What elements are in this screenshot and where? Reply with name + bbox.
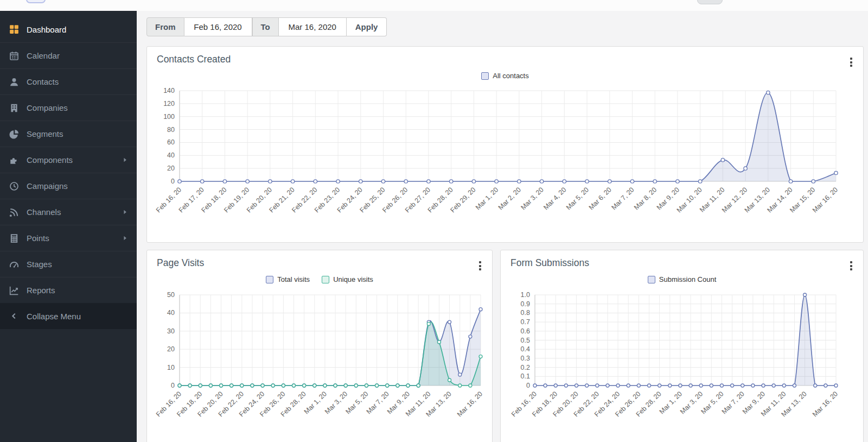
- sidebar-item-label: Channels: [27, 207, 61, 217]
- chevron-right-icon: [122, 209, 128, 215]
- to-date-input[interactable]: [279, 17, 347, 36]
- from-date-input[interactable]: [184, 17, 252, 36]
- clock-icon: [9, 181, 20, 191]
- to-label: To: [252, 17, 279, 36]
- sidebar-item-dashboard[interactable]: Dashboard: [0, 16, 137, 42]
- sidebar-item-components[interactable]: Components: [0, 147, 137, 173]
- from-label: From: [146, 17, 184, 36]
- pie-icon: [9, 129, 20, 139]
- sidebar-item-reports[interactable]: Reports: [0, 277, 137, 303]
- svg-text:1.0: 1.0: [521, 291, 530, 299]
- svg-text:Mar 1, 20: Mar 1, 20: [474, 186, 500, 211]
- svg-text:0.2: 0.2: [521, 364, 530, 371]
- chart-legend: Total visitsUnique visits: [147, 275, 492, 283]
- legend-item[interactable]: All contacts: [481, 72, 528, 80]
- panel-menu-button[interactable]: [848, 259, 854, 273]
- sidebar: DashboardCalendarContactsCompaniesSegmen…: [0, 11, 137, 442]
- svg-text:20: 20: [167, 165, 175, 172]
- svg-text:0.3: 0.3: [521, 355, 530, 362]
- svg-text:50: 50: [167, 291, 175, 299]
- legend-swatch: [266, 276, 273, 283]
- form-submissions-chart: 00.10.20.30.40.50.60.70.80.91.0Feb 16, 2…: [501, 291, 864, 442]
- svg-text:Mar 5, 20: Mar 5, 20: [565, 186, 590, 211]
- sidebar-item-calendar[interactable]: Calendar: [0, 42, 137, 68]
- svg-text:Mar 4, 20: Mar 4, 20: [542, 186, 567, 211]
- svg-text:0.4: 0.4: [521, 345, 530, 353]
- sidebar-item-label: Reports: [27, 286, 55, 295]
- svg-text:30: 30: [167, 327, 175, 335]
- sidebar-item-label: Collapse Menu: [27, 312, 81, 321]
- calculator-icon: [9, 233, 20, 243]
- svg-text:Mar 7, 20: Mar 7, 20: [610, 186, 635, 211]
- svg-text:Mar 8, 20: Mar 8, 20: [633, 186, 658, 211]
- sidebar-item-label: Stages: [27, 260, 52, 269]
- sidebar-item-label: Components: [27, 155, 73, 165]
- legend-label: Submission Count: [659, 275, 717, 283]
- rss-icon: [9, 207, 20, 217]
- calendar-icon: [9, 51, 20, 61]
- panel-contacts-created: Contacts Created All contacts 0204060801…: [146, 46, 864, 243]
- apply-button[interactable]: Apply: [347, 17, 387, 36]
- svg-text:100: 100: [163, 113, 175, 121]
- building-icon: [9, 103, 20, 113]
- gauge-icon: [9, 260, 20, 269]
- legend-label: Total visits: [277, 275, 310, 283]
- legend-label: Unique visits: [333, 275, 373, 283]
- svg-text:Mar 3, 20: Mar 3, 20: [519, 186, 545, 211]
- chart-line-icon: [9, 286, 20, 295]
- svg-text:0: 0: [526, 382, 530, 389]
- panel-menu-button[interactable]: [477, 259, 483, 273]
- sidebar-item-label: Companies: [27, 103, 68, 112]
- svg-text:0.9: 0.9: [521, 300, 530, 308]
- svg-text:60: 60: [167, 138, 175, 146]
- main-content: From To Apply Contacts Created All conta…: [137, 11, 868, 442]
- cutoff-gray-button[interactable]: [697, 0, 723, 4]
- chart-legend: Submission Count: [501, 275, 863, 283]
- svg-text:Mar 6, 20: Mar 6, 20: [588, 186, 613, 211]
- sidebar-item-campaigns[interactable]: Campaigns: [0, 173, 137, 199]
- svg-text:40: 40: [167, 309, 175, 317]
- legend-item[interactable]: Unique visits: [322, 275, 373, 283]
- sidebar-item-points[interactable]: Points: [0, 225, 137, 251]
- sidebar-menu: DashboardCalendarContactsCompaniesSegmen…: [0, 16, 137, 329]
- svg-text:80: 80: [167, 126, 175, 134]
- page-visits-chart: 01020304050Feb 16, 20Feb 18, 20Feb 20, 2…: [147, 291, 493, 442]
- sidebar-item-contacts[interactable]: Contacts: [0, 68, 137, 94]
- svg-text:20: 20: [167, 345, 175, 353]
- sidebar-item-label: Contacts: [27, 77, 59, 86]
- svg-text:0.7: 0.7: [521, 318, 530, 326]
- grid-icon: [9, 24, 20, 34]
- chevron-right-icon: [122, 235, 128, 241]
- panel-form-submissions: Form Submissions Submission Count 00.10.…: [500, 250, 864, 442]
- sidebar-item-channels[interactable]: Channels: [0, 199, 137, 225]
- svg-text:120: 120: [163, 100, 175, 108]
- sidebar-item-collapse[interactable]: Collapse Menu: [0, 303, 137, 329]
- contacts-created-chart: 020406080100120140Feb 16, 20Feb 17, 20Fe…: [147, 86, 864, 243]
- panel-title: Form Submissions: [501, 250, 863, 269]
- svg-text:Mar 16, 20: Mar 16, 20: [456, 390, 484, 418]
- sidebar-item-stages[interactable]: Stages: [0, 251, 137, 277]
- puzzle-icon: [9, 155, 20, 165]
- sidebar-item-label: Points: [27, 233, 49, 243]
- top-strip: [0, 0, 868, 11]
- svg-text:10: 10: [167, 364, 175, 371]
- sidebar-item-companies[interactable]: Companies: [0, 94, 137, 121]
- panel-page-visits: Page Visits Total visitsUnique visits 01…: [146, 250, 493, 442]
- legend-label: All contacts: [493, 72, 528, 80]
- legend-swatch: [481, 72, 489, 80]
- legend-swatch: [322, 276, 329, 283]
- sidebar-item-label: Segments: [27, 129, 63, 138]
- chevron-left-icon: [9, 311, 20, 321]
- svg-text:0: 0: [171, 178, 175, 185]
- svg-text:0.1: 0.1: [521, 372, 530, 380]
- svg-text:0.6: 0.6: [521, 327, 530, 335]
- date-filter-bar: From To Apply: [146, 17, 387, 36]
- panel-menu-button[interactable]: [848, 55, 854, 69]
- svg-text:Mar 2, 20: Mar 2, 20: [497, 186, 522, 211]
- legend-item[interactable]: Total visits: [266, 275, 310, 283]
- svg-text:0.5: 0.5: [521, 337, 530, 344]
- sidebar-item-label: Campaigns: [27, 181, 68, 191]
- sidebar-item-label: Calendar: [27, 51, 60, 60]
- legend-item[interactable]: Submission Count: [648, 275, 717, 283]
- sidebar-item-segments[interactable]: Segments: [0, 121, 137, 147]
